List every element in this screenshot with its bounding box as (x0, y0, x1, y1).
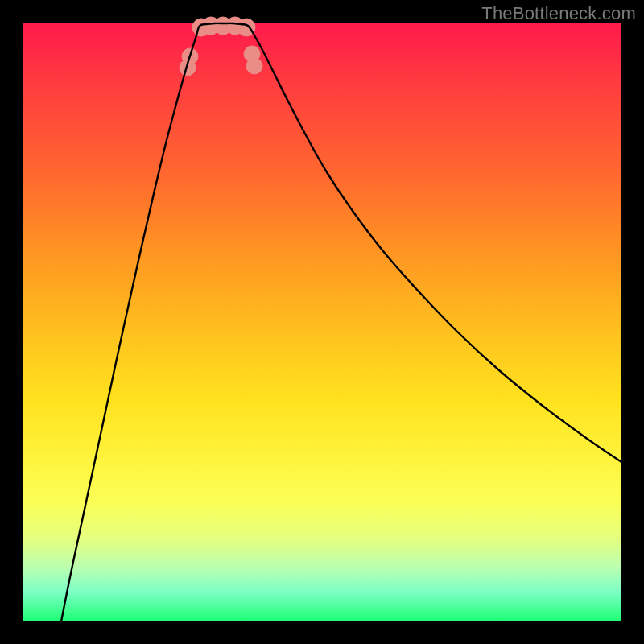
chart-frame: TheBottleneck.com (0, 0, 644, 644)
chart-svg (23, 23, 621, 621)
plot-area (23, 23, 621, 621)
bottleneck-curve (61, 23, 621, 621)
marker-group (180, 17, 262, 76)
watermark-text: TheBottleneck.com (481, 3, 636, 24)
highlight-marker (246, 58, 262, 74)
